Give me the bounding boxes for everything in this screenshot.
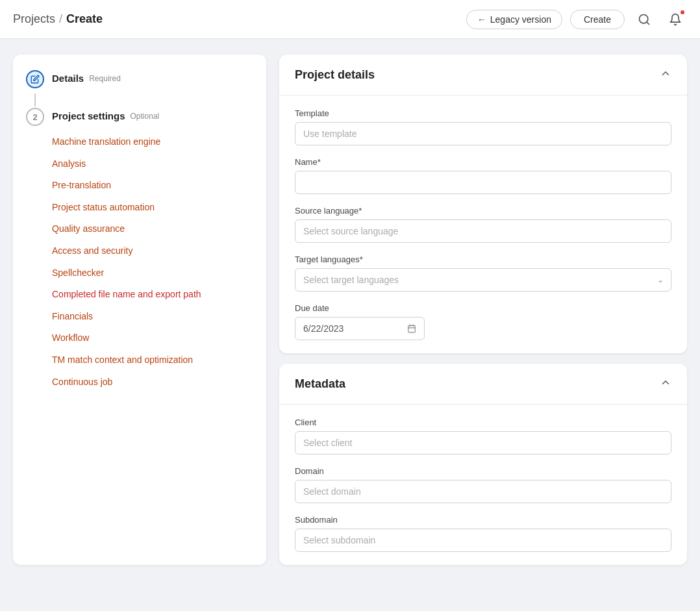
sub-item-project-status[interactable]: Project status automation bbox=[52, 197, 253, 219]
due-date-input[interactable]: 6/22/2023 bbox=[295, 317, 425, 340]
target-languages-label: Target languages* bbox=[295, 255, 671, 264]
search-icon bbox=[638, 13, 651, 26]
metadata-collapse-button[interactable] bbox=[660, 377, 671, 391]
client-label: Client bbox=[295, 418, 671, 427]
app-header: Projects / Create ← Legacy version Creat… bbox=[0, 0, 700, 39]
form-area: Project details Template Name* bbox=[279, 55, 687, 565]
subdomain-input[interactable] bbox=[295, 529, 671, 552]
name-input[interactable] bbox=[295, 171, 671, 194]
source-language-label: Source language* bbox=[295, 206, 671, 216]
template-label: Template bbox=[295, 108, 671, 118]
due-date-label: Due date bbox=[295, 303, 671, 313]
sub-item-financials[interactable]: Financials bbox=[52, 306, 253, 328]
step-connector bbox=[34, 94, 36, 106]
legacy-version-button[interactable]: ← Legacy version bbox=[466, 10, 562, 29]
step-1-icon bbox=[26, 70, 44, 88]
domain-field: Domain bbox=[295, 466, 671, 503]
header-actions: ← Legacy version Create bbox=[466, 8, 687, 31]
sub-item-continuous-job[interactable]: Continuous job bbox=[52, 371, 253, 393]
sub-item-analysis[interactable]: Analysis bbox=[52, 153, 253, 175]
legacy-version-label: Legacy version bbox=[490, 14, 551, 25]
template-field: Template bbox=[295, 108, 671, 145]
template-input[interactable] bbox=[295, 122, 671, 145]
create-button[interactable]: Create bbox=[570, 10, 625, 29]
step-1: Details Required bbox=[26, 70, 253, 88]
project-details-card: Project details Template Name* bbox=[279, 55, 687, 353]
project-details-title: Project details bbox=[295, 68, 375, 82]
metadata-card: Metadata Client Domain bbox=[279, 364, 687, 565]
metadata-header: Metadata bbox=[279, 364, 687, 405]
pencil-icon bbox=[31, 75, 40, 84]
due-date-field: Due date 6/22/2023 bbox=[295, 303, 671, 340]
sub-item-tm-match[interactable]: TM match context and optimization bbox=[52, 349, 253, 371]
client-field: Client bbox=[295, 418, 671, 455]
sub-item-pre-translation[interactable]: Pre-translation bbox=[52, 175, 253, 197]
sub-item-spellchecker[interactable]: Spellchecker bbox=[52, 262, 253, 284]
breadcrumb-separator: / bbox=[59, 12, 62, 26]
notification-dot bbox=[679, 9, 686, 16]
back-arrow-icon: ← bbox=[477, 14, 486, 25]
due-date-value: 6/22/2023 bbox=[303, 323, 344, 334]
sub-item-workflow[interactable]: Workflow bbox=[52, 327, 253, 349]
sub-item-quality-assurance[interactable]: Quality assurance bbox=[52, 218, 253, 240]
sub-items-list: Machine translation engine Analysis Pre-… bbox=[26, 131, 253, 393]
name-label: Name* bbox=[295, 157, 671, 167]
step-2-label: Project settings Optional bbox=[52, 108, 159, 121]
target-languages-field: Target languages* ⌄ bbox=[295, 255, 671, 292]
sub-item-machine-translation[interactable]: Machine translation engine bbox=[52, 131, 253, 153]
step-1-badge: Required bbox=[89, 74, 121, 83]
sub-item-access-security[interactable]: Access and security bbox=[52, 240, 253, 262]
subdomain-field: Subdomain bbox=[295, 515, 671, 552]
project-details-header: Project details bbox=[279, 55, 687, 95]
sub-item-completed-file[interactable]: Completed file name and export path bbox=[52, 284, 253, 306]
breadcrumb-create: Create bbox=[66, 12, 103, 26]
breadcrumb: Projects / Create bbox=[13, 12, 103, 26]
metadata-title: Metadata bbox=[295, 377, 345, 391]
step-1-name: Details bbox=[52, 73, 84, 84]
source-language-field: Source language* bbox=[295, 206, 671, 243]
notification-button-wrap bbox=[664, 8, 687, 31]
step-2: 2 Project settings Optional bbox=[26, 108, 253, 126]
svg-rect-2 bbox=[408, 325, 416, 332]
chevron-up-icon-meta bbox=[660, 377, 671, 388]
project-details-body: Template Name* Source language* Target l… bbox=[279, 95, 687, 353]
calendar-icon bbox=[407, 324, 416, 333]
chevron-up-icon bbox=[660, 68, 671, 79]
svg-line-1 bbox=[647, 21, 649, 24]
step-2-name: Project settings bbox=[52, 110, 125, 121]
step-2-badge: Optional bbox=[131, 112, 160, 121]
step-2-icon: 2 bbox=[26, 108, 44, 126]
metadata-body: Client Domain Subdomain bbox=[279, 405, 687, 565]
sidebar-card: Details Required 2 Project settings Opti… bbox=[13, 55, 266, 565]
domain-label: Domain bbox=[295, 466, 671, 476]
domain-input[interactable] bbox=[295, 480, 671, 503]
target-languages-input[interactable] bbox=[295, 268, 671, 292]
subdomain-label: Subdomain bbox=[295, 515, 671, 525]
name-field: Name* bbox=[295, 157, 671, 194]
breadcrumb-projects[interactable]: Projects bbox=[13, 12, 55, 26]
project-details-collapse-button[interactable] bbox=[660, 68, 671, 82]
client-input[interactable] bbox=[295, 431, 671, 455]
step-1-label: Details Required bbox=[52, 70, 121, 84]
main-content: Details Required 2 Project settings Opti… bbox=[0, 39, 700, 580]
source-language-input[interactable] bbox=[295, 219, 671, 243]
target-languages-select-wrapper: ⌄ bbox=[295, 268, 671, 292]
search-button[interactable] bbox=[632, 8, 656, 31]
